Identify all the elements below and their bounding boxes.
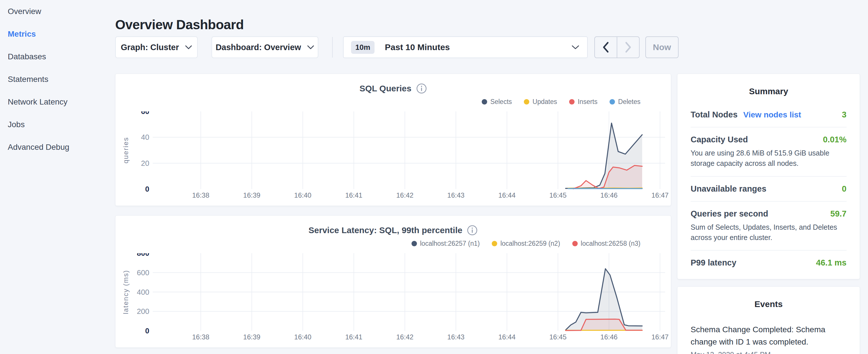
svg-text:16:38: 16:38 xyxy=(192,333,209,341)
chevron-down-icon xyxy=(307,45,314,50)
legend-item[interactable]: localhost:26258 (n3) xyxy=(572,240,641,248)
svg-text:16:45: 16:45 xyxy=(549,191,566,199)
svg-text:16:39: 16:39 xyxy=(243,333,260,341)
sidebar-item-statements[interactable]: Statements xyxy=(0,68,115,91)
summary-label: Total Nodes xyxy=(691,110,738,120)
time-range-selector[interactable]: 10m Past 10 Minutes xyxy=(343,36,588,58)
step-forward-button[interactable] xyxy=(617,37,639,58)
chart-plot[interactable]: 16:3816:3916:4016:4116:4216:4316:4416:45… xyxy=(116,253,672,348)
svg-text:16:46: 16:46 xyxy=(600,191,618,199)
legend-item[interactable]: Updates xyxy=(524,98,557,106)
svg-text:200: 200 xyxy=(137,307,149,316)
svg-text:40: 40 xyxy=(141,133,149,141)
legend-item[interactable]: Inserts xyxy=(569,98,597,106)
summary-value: 59.7 xyxy=(831,209,846,219)
summary-label: Capacity Used xyxy=(691,135,748,144)
svg-text:60: 60 xyxy=(141,111,149,116)
chevron-down-icon xyxy=(571,45,580,50)
svg-text:16:45: 16:45 xyxy=(549,333,566,341)
legend-dot-icon xyxy=(569,99,575,104)
legend-label: localhost:26259 (n2) xyxy=(500,240,560,248)
chevron-left-icon xyxy=(602,41,610,53)
legend-item[interactable]: Selects xyxy=(482,98,512,106)
legend-label: localhost:26257 (n1) xyxy=(420,240,480,248)
event-timestamp: May 13, 2020 at 4:45 PM xyxy=(691,351,846,354)
svg-text:16:47: 16:47 xyxy=(651,333,669,341)
chart-title: SQL Queries xyxy=(359,84,411,93)
chevron-down-icon xyxy=(185,45,192,50)
legend-label: Inserts xyxy=(578,98,597,106)
chart-plot[interactable]: 16:3816:3916:4016:4116:4216:4316:4416:45… xyxy=(116,111,672,206)
svg-text:800: 800 xyxy=(137,253,149,257)
step-back-button[interactable] xyxy=(595,37,617,58)
chart-legend: SelectsUpdatesInsertsDeletes xyxy=(482,98,641,106)
svg-text:16:41: 16:41 xyxy=(345,333,363,341)
sidebar-item-advanced-debug[interactable]: Advanced Debug xyxy=(0,136,115,158)
svg-text:16:46: 16:46 xyxy=(600,333,618,341)
toolbar-divider xyxy=(332,37,333,58)
summary-panel: Summary Total Nodes View nodes list 3 Ca… xyxy=(677,74,860,279)
time-range-label: Past 10 Minutes xyxy=(385,42,450,52)
legend-item[interactable]: localhost:26257 (n1) xyxy=(411,240,480,248)
toolbar: Graph: Cluster Dashboard: Overview 10m P… xyxy=(115,36,679,58)
summary-row-queries-per-second: Queries per second 59.7 Sum of Selects, … xyxy=(691,202,846,251)
info-icon[interactable] xyxy=(416,83,427,94)
time-range-badge: 10m xyxy=(351,41,375,54)
view-nodes-list-link[interactable]: View nodes list xyxy=(743,110,801,120)
summary-row-total-nodes: Total Nodes View nodes list 3 xyxy=(691,102,846,127)
svg-text:queries: queries xyxy=(122,137,129,164)
summary-description: Sum of Selects, Updates, Inserts, and De… xyxy=(691,222,846,243)
service-latency-chart-card: Service Latency: SQL, 99th percentile lo… xyxy=(115,215,671,348)
summary-row-unavailable-ranges: Unavailable ranges 0 xyxy=(691,177,846,202)
legend-label: Updates xyxy=(532,98,557,106)
svg-text:16:42: 16:42 xyxy=(396,333,413,341)
legend-dot-icon xyxy=(482,99,487,104)
sidebar-item-overview[interactable]: Overview xyxy=(0,0,115,23)
chart-title: Service Latency: SQL, 99th percentile xyxy=(309,225,463,235)
sidebar-item-databases[interactable]: Databases xyxy=(0,45,115,68)
summary-row-p99-latency: P99 latency 46.1 ms xyxy=(691,251,846,275)
chevron-right-icon xyxy=(624,41,632,53)
info-icon[interactable] xyxy=(467,225,478,236)
dashboard-dropdown[interactable]: Dashboard: Overview xyxy=(212,36,318,58)
summary-description: You are using 28.6 MiB of 515.9 GiB usab… xyxy=(691,148,846,169)
legend-dot-icon xyxy=(572,241,578,246)
svg-text:0: 0 xyxy=(145,326,149,335)
summary-value: 3 xyxy=(842,110,846,120)
svg-text:16:43: 16:43 xyxy=(447,191,465,199)
svg-text:600: 600 xyxy=(137,268,149,277)
summary-row-capacity-used: Capacity Used 0.01% You are using 28.6 M… xyxy=(691,127,846,177)
svg-text:0: 0 xyxy=(145,185,149,193)
sidebar-item-network-latency[interactable]: Network Latency xyxy=(0,91,115,113)
legend-item[interactable]: localhost:26259 (n2) xyxy=(492,240,560,248)
sidebar-item-metrics[interactable]: Metrics xyxy=(0,23,115,45)
sidebar-item-jobs[interactable]: Jobs xyxy=(0,113,115,136)
legend-label: Deletes xyxy=(618,98,641,106)
sql-queries-chart-card: SQL Queries SelectsUpdatesInsertsDeletes… xyxy=(115,74,671,206)
graph-dropdown[interactable]: Graph: Cluster xyxy=(115,36,198,58)
summary-value: 0 xyxy=(842,184,846,194)
dashboard-dropdown-label: Dashboard: Overview xyxy=(216,43,301,52)
svg-text:16:41: 16:41 xyxy=(345,191,363,199)
svg-text:latency (ms): latency (ms) xyxy=(122,270,129,314)
legend-dot-icon xyxy=(524,99,529,104)
legend-item[interactable]: Deletes xyxy=(610,98,641,106)
svg-text:16:40: 16:40 xyxy=(294,333,311,341)
time-step-buttons xyxy=(594,36,640,58)
legend-dot-icon xyxy=(492,241,497,246)
summary-label: P99 latency xyxy=(691,258,737,267)
page-title: Overview Dashboard xyxy=(115,17,244,32)
svg-text:16:38: 16:38 xyxy=(192,191,209,199)
svg-text:16:47: 16:47 xyxy=(651,191,669,199)
events-title: Events xyxy=(691,299,846,309)
now-button[interactable]: Now xyxy=(645,36,679,58)
legend-label: localhost:26258 (n3) xyxy=(581,240,641,248)
event-item[interactable]: Schema Change Completed: Schema change w… xyxy=(691,323,846,354)
events-panel: Events Schema Change Completed: Schema c… xyxy=(677,286,860,354)
svg-text:20: 20 xyxy=(141,159,149,167)
svg-text:16:44: 16:44 xyxy=(498,333,516,341)
summary-value: 0.01% xyxy=(823,135,846,144)
summary-title: Summary xyxy=(691,87,846,96)
legend-dot-icon xyxy=(610,99,615,104)
svg-text:16:40: 16:40 xyxy=(294,191,311,199)
